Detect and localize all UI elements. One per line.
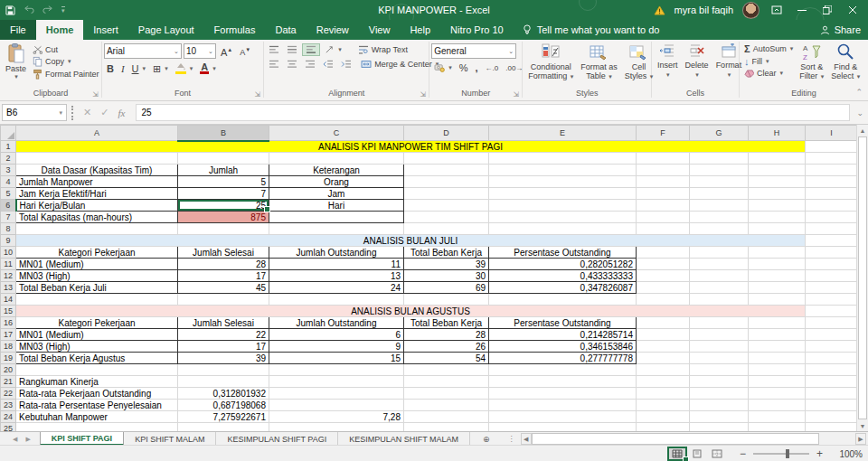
cell-C19[interactable]: 15 — [269, 353, 404, 364]
cell-G24[interactable] — [690, 411, 749, 423]
share-button[interactable]: Share — [820, 20, 861, 40]
percent-style-button[interactable]: % — [457, 61, 471, 74]
row-header-23[interactable]: 23 — [1, 400, 16, 411]
row-header-22[interactable]: 22 — [1, 388, 16, 400]
format-painter-button[interactable]: Format Painter — [30, 68, 102, 80]
cell-G3[interactable] — [690, 165, 749, 176]
cell-B2[interactable] — [178, 153, 269, 165]
autosum-button[interactable]: ΣAutoSum▾ — [741, 42, 796, 55]
align-left-button[interactable] — [266, 59, 282, 70]
cell-C7[interactable] — [269, 212, 404, 223]
row-header-4[interactable]: 4 — [1, 176, 16, 188]
tab-formulas[interactable]: Formulas — [204, 20, 266, 40]
cell-E4[interactable] — [489, 176, 637, 188]
cell-F12[interactable] — [637, 270, 690, 282]
cell-I11[interactable] — [806, 259, 858, 270]
cell-C18[interactable]: 9 — [269, 341, 404, 353]
cell-D13[interactable]: 69 — [404, 282, 489, 294]
row-header-19[interactable]: 19 — [1, 353, 16, 364]
wrap-text-button[interactable]: Wrap Text — [355, 44, 410, 55]
row-header-2[interactable]: 2 — [1, 153, 16, 165]
cell-A9[interactable]: ANALISIS BULAN JULI — [16, 235, 806, 247]
italic-button[interactable]: I — [118, 62, 127, 75]
cell-H12[interactable] — [749, 270, 806, 282]
cell-B20[interactable] — [178, 364, 269, 376]
cell-B23[interactable]: 0,687198068 — [178, 400, 269, 411]
cell-H23[interactable] — [749, 400, 806, 411]
cell-E10[interactable]: Persentase Outstanding — [489, 247, 637, 259]
cell-F22[interactable] — [637, 388, 690, 400]
cell-A15[interactable]: ANALISIS BULAN AGUSTUS — [16, 306, 806, 317]
cell-E5[interactable] — [489, 188, 637, 200]
cell-D21[interactable] — [404, 376, 489, 388]
cell-E21[interactable] — [489, 376, 637, 388]
cell-A17[interactable]: MN01 (Medium) — [16, 329, 178, 341]
cell-D22[interactable] — [404, 388, 489, 400]
cell-A13[interactable]: Total Beban Kerja Juli — [16, 282, 178, 294]
cell-B22[interactable]: 0,312801932 — [178, 388, 269, 400]
cell-A21[interactable]: Rangkuman Kinerja — [16, 376, 178, 388]
cell-A19[interactable]: Total Beban Kerja Agustus — [16, 353, 178, 364]
cell-G19[interactable] — [690, 353, 749, 364]
cell-E22[interactable] — [489, 388, 637, 400]
cell-H25[interactable] — [749, 423, 806, 432]
cell-H7[interactable] — [749, 212, 806, 223]
cell-G23[interactable] — [690, 400, 749, 411]
cell-C14[interactable] — [269, 294, 404, 306]
row-header-21[interactable]: 21 — [1, 376, 16, 388]
tell-me-box[interactable]: Tell me what you want to do — [514, 20, 669, 40]
vertical-scroll-thumb[interactable] — [858, 136, 867, 419]
cell-G4[interactable] — [690, 176, 749, 188]
column-header-E[interactable]: E — [489, 126, 637, 141]
cell-H2[interactable] — [749, 153, 806, 165]
tab-insert[interactable]: Insert — [83, 20, 128, 40]
page-layout-view-button[interactable] — [687, 447, 707, 461]
cell-E25[interactable] — [489, 423, 637, 432]
cell-G22[interactable] — [690, 388, 749, 400]
cell-G11[interactable] — [690, 259, 749, 270]
cell-I25[interactable] — [806, 423, 858, 432]
tab-nitro-pro[interactable]: Nitro Pro 10 — [440, 20, 514, 40]
scroll-right-icon[interactable]: ▶ — [855, 433, 866, 445]
cell-I2[interactable] — [806, 153, 858, 165]
cell-H19[interactable] — [749, 353, 806, 364]
cell-F7[interactable] — [637, 212, 690, 223]
cell-E18[interactable]: 0,346153846 — [489, 341, 637, 353]
collapse-ribbon-button[interactable]: ⌃ — [855, 89, 863, 96]
insert-cells-button[interactable]: Insert▾ — [654, 42, 682, 80]
cell-G20[interactable] — [690, 364, 749, 376]
tab-home[interactable]: Home — [36, 20, 84, 40]
sort-filter-button[interactable]: AZ Sort &Filter ▾ — [796, 42, 827, 82]
cell-F18[interactable] — [637, 341, 690, 353]
cell-G2[interactable] — [690, 153, 749, 165]
cell-I7[interactable] — [806, 212, 858, 223]
cell-E23[interactable] — [489, 400, 637, 411]
cell-A11[interactable]: MN01 (Medium) — [16, 259, 178, 270]
cell-A18[interactable]: MN03 (High) — [16, 341, 178, 353]
cell-C11[interactable]: 11 — [269, 259, 404, 270]
cell-G7[interactable] — [690, 212, 749, 223]
cell-I9[interactable] — [806, 235, 858, 247]
cell-G18[interactable] — [690, 341, 749, 353]
tab-page-layout[interactable]: Page Layout — [128, 20, 204, 40]
row-header-17[interactable]: 17 — [1, 329, 16, 341]
row-header-6[interactable]: 6 — [1, 200, 16, 212]
row-header-14[interactable]: 14 — [1, 294, 16, 306]
row-header-18[interactable]: 18 — [1, 341, 16, 353]
sheet-tab-kpi-shift-pagi[interactable]: KPI SHIFT PAGI — [40, 432, 124, 446]
cell-B16[interactable]: Jumlah Selesai — [178, 317, 269, 329]
confirm-entry-icon[interactable]: ✓ — [100, 107, 108, 118]
font-size-select[interactable]: 10⌄ — [184, 43, 216, 59]
row-header-11[interactable]: 11 — [1, 259, 16, 270]
cell-B12[interactable]: 17 — [178, 270, 269, 282]
underline-button[interactable]: U▾ — [129, 62, 148, 75]
cell-F11[interactable] — [637, 259, 690, 270]
cell-H4[interactable] — [749, 176, 806, 188]
cell-G10[interactable] — [690, 247, 749, 259]
scroll-down-icon[interactable]: ▼ — [857, 420, 868, 431]
format-as-table-button[interactable]: Format asTable ▾ — [577, 42, 621, 82]
cell-H17[interactable] — [749, 329, 806, 341]
cell-B24[interactable]: 7,275922671 — [178, 411, 269, 423]
number-dialog-launcher[interactable]: ⇲ — [513, 91, 519, 99]
cell-F21[interactable] — [637, 376, 690, 388]
